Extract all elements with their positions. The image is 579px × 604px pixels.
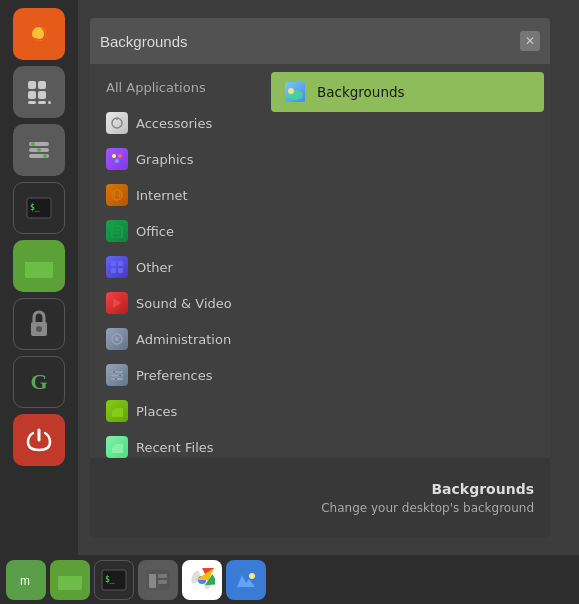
category-item-graphics[interactable]: Graphics xyxy=(94,141,261,177)
office-label: Office xyxy=(136,224,174,239)
svg-point-36 xyxy=(115,337,119,341)
apps-panel: Backgrounds xyxy=(265,64,550,458)
graphics-icon xyxy=(106,148,128,170)
svg-rect-54 xyxy=(158,580,167,584)
svg-rect-6 xyxy=(28,101,36,104)
svg-point-21 xyxy=(112,154,116,158)
svg-rect-5 xyxy=(38,91,46,99)
svg-point-13 xyxy=(37,148,41,152)
category-item-sound-video[interactable]: Sound & Video xyxy=(94,285,261,321)
sidebar: $_ G xyxy=(0,0,78,555)
category-item-other[interactable]: Other xyxy=(94,249,261,285)
all-apps-label[interactable]: All Applications xyxy=(90,72,265,105)
preferences-label: Preferences xyxy=(136,368,212,383)
svg-rect-2 xyxy=(28,81,36,89)
sidebar-power-icon[interactable] xyxy=(13,414,65,466)
sidebar-files-control-icon[interactable] xyxy=(13,124,65,176)
taskbar-folder-icon[interactable] xyxy=(50,560,90,600)
grub-letter: G xyxy=(30,369,47,395)
svg-text:$_: $_ xyxy=(30,203,40,212)
svg-rect-53 xyxy=(158,574,167,578)
taskbar-files-icon[interactable] xyxy=(138,560,178,600)
sidebar-grub-icon[interactable]: G xyxy=(13,356,65,408)
status-app-description: Change your desktop's background xyxy=(321,501,534,515)
other-icon xyxy=(106,256,128,278)
menu-content: All Applications Accessories Graphics xyxy=(90,64,550,458)
search-bar: Backgrounds ✕ xyxy=(90,18,550,64)
graphics-label: Graphics xyxy=(136,152,193,167)
category-item-accessories[interactable]: Accessories xyxy=(94,105,261,141)
svg-point-18 xyxy=(36,326,42,332)
app-item-backgrounds[interactable]: Backgrounds xyxy=(271,72,544,112)
status-app-name: Backgrounds xyxy=(431,481,534,497)
administration-label: Administration xyxy=(136,332,231,347)
category-item-internet[interactable]: Internet xyxy=(94,177,261,213)
svg-text:m: m xyxy=(20,574,30,588)
accessories-icon xyxy=(106,112,128,134)
backgrounds-app-icon xyxy=(283,80,307,104)
search-input[interactable]: Backgrounds xyxy=(100,33,512,50)
category-item-recent-files[interactable]: Recent Files xyxy=(94,429,261,458)
svg-marker-34 xyxy=(113,298,121,308)
svg-rect-52 xyxy=(149,574,156,588)
category-item-administration[interactable]: Administration xyxy=(94,321,261,357)
svg-point-46 xyxy=(288,88,294,94)
svg-rect-4 xyxy=(28,91,36,99)
sidebar-firefox-icon[interactable] xyxy=(13,8,65,60)
administration-icon xyxy=(106,328,128,350)
internet-label: Internet xyxy=(136,188,188,203)
category-item-places[interactable]: Places xyxy=(94,393,261,429)
svg-rect-31 xyxy=(118,261,123,266)
svg-rect-27 xyxy=(112,226,122,238)
category-item-preferences[interactable]: Preferences xyxy=(94,357,261,393)
svg-rect-8 xyxy=(48,101,51,104)
menu-window: Backgrounds ✕ All Applications Accessori… xyxy=(90,18,550,538)
svg-point-41 xyxy=(119,374,122,377)
taskbar: m $_ xyxy=(0,555,579,604)
other-label: Other xyxy=(136,260,173,275)
sidebar-grid-icon[interactable] xyxy=(13,66,65,118)
svg-point-23 xyxy=(115,159,119,163)
svg-rect-32 xyxy=(111,268,116,273)
category-panel: All Applications Accessories Graphics xyxy=(90,64,265,458)
svg-point-22 xyxy=(118,154,122,158)
sidebar-folder-icon[interactable] xyxy=(13,240,65,292)
svg-point-12 xyxy=(31,142,35,146)
taskbar-terminal-icon[interactable]: $_ xyxy=(94,560,134,600)
sidebar-terminal-icon[interactable]: $_ xyxy=(13,182,65,234)
taskbar-finder-icon[interactable] xyxy=(226,560,266,600)
backgrounds-app-label: Backgrounds xyxy=(317,84,405,100)
status-bar: Backgrounds Change your desktop's backgr… xyxy=(90,458,550,538)
places-label: Places xyxy=(136,404,177,419)
sound-video-label: Sound & Video xyxy=(136,296,232,311)
taskbar-mint-icon[interactable]: m xyxy=(6,560,46,600)
svg-rect-3 xyxy=(38,81,46,89)
taskbar-chrome-icon[interactable] xyxy=(182,560,222,600)
svg-point-60 xyxy=(249,573,255,579)
svg-rect-33 xyxy=(118,268,123,273)
places-icon xyxy=(106,400,128,422)
recent-files-label: Recent Files xyxy=(136,440,214,455)
search-clear-button[interactable]: ✕ xyxy=(520,31,540,51)
preferences-icon xyxy=(106,364,128,386)
sidebar-lock-icon[interactable] xyxy=(13,298,65,350)
sound-video-icon xyxy=(106,292,128,314)
svg-point-40 xyxy=(113,371,116,374)
svg-rect-7 xyxy=(38,101,46,104)
office-icon xyxy=(106,220,128,242)
svg-point-42 xyxy=(115,378,118,381)
svg-point-14 xyxy=(43,154,47,158)
recent-files-icon xyxy=(106,436,128,458)
svg-rect-58 xyxy=(233,568,259,592)
svg-rect-30 xyxy=(111,261,116,266)
svg-text:$_: $_ xyxy=(105,575,115,584)
accessories-label: Accessories xyxy=(136,116,212,131)
internet-icon xyxy=(106,184,128,206)
category-item-office[interactable]: Office xyxy=(94,213,261,249)
